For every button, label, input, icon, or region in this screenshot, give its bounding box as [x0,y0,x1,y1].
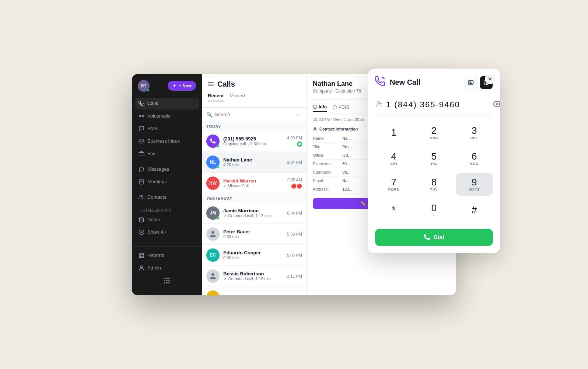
new-button[interactable]: ＋ + New [168,81,196,91]
key-8[interactable]: 8 TUV [415,173,452,196]
svg-point-22 [211,273,214,275]
sidebar-header: RT ＋ + New [132,80,202,98]
call-item[interactable]: Bessie Robertson ↗ Outbound call, 1:12 m… [202,266,307,287]
show-all-icon [139,229,144,235]
svg-point-42 [487,84,488,85]
key-3[interactable]: 3 DEF [456,121,493,144]
call-info: (201) 555-9925 Ongoing call... 0:30 min [223,136,283,146]
call-avatar [206,269,220,283]
call-avatar [206,227,220,241]
svg-point-0 [139,115,141,117]
tab-missed[interactable]: Missed [230,93,245,101]
sidebar-item-sms[interactable]: SMS [135,123,199,135]
sidebar-item-admin[interactable]: Admin [135,262,199,274]
svg-rect-3 [139,152,144,156]
calls-panel: Calls Recent Missed 🔍 ⋯ TODAY [202,74,307,295]
user-avatar-wrapper[interactable]: RT [138,80,150,92]
search-input[interactable] [215,112,293,117]
call-item[interactable]: EC Eduardo Cooper 0:30 min 5:06 PM [202,245,307,266]
add-contact-icon[interactable] [375,100,382,109]
phone-number-input[interactable]: 1 (844) 365-9460 [386,100,487,109]
calls-title: Calls [217,80,235,88]
call-item[interactable]: Peter Bauer 9:30 min 5:33 PM [202,224,307,245]
sidebar-item-voicemails[interactable]: Voicemails [135,110,199,122]
key-9[interactable]: 9 WXYZ [456,173,493,196]
contact-tab-info[interactable]: Info [313,103,327,112]
call-item[interactable]: AB Alex Badyan 1:54 PM [202,287,307,295]
call-item[interactable]: JM Jamie Morrison ↗ Outbound call, 1:12 … [202,203,307,224]
meetings-icon [139,179,144,185]
notes-icon [139,217,144,223]
dialer-header: New Call [375,76,493,89]
sidebar-item-reports[interactable]: Reports [135,250,199,261]
dialer-close-button[interactable]: ✕ [485,74,495,84]
contacts-icon [139,194,144,200]
search-row: 🔍 ⋯ [202,108,307,122]
contact-view-button[interactable] [464,76,477,89]
dialer-title: New Call [390,78,420,87]
fax-icon [139,151,144,157]
call-avatar: NL [206,156,220,169]
svg-rect-29 [468,80,473,84]
grid-dots-icon[interactable] [164,278,170,283]
sidebar-item-contacts[interactable]: Contacts [135,191,199,203]
svg-point-21 [211,231,214,233]
call-item[interactable]: (201) 555-9925 Ongoing call... 0:30 min … [202,131,307,152]
call-item[interactable]: HW Harold Warren ↙ Missed Call 9:35 AM 🔴… [202,173,307,194]
svg-point-30 [470,81,471,83]
key-7[interactable]: 7 PQRS [375,173,412,196]
svg-point-1 [142,115,144,117]
calls-tabs: Recent Missed [208,93,301,101]
dial-button[interactable]: Dial [375,229,493,246]
backspace-icon [493,100,500,108]
hamburger-icon[interactable] [208,82,214,86]
sidebar-item-notes[interactable]: Notes [135,214,199,226]
reports-icon [139,253,144,258]
call-right: 1:54 PM [287,295,302,295]
dialer-overlay: ✕ New Call [368,69,500,253]
key-4[interactable]: 4 GHI [375,147,412,170]
sidebar-item-calls[interactable]: Calls [135,98,199,109]
key-0[interactable]: 0 + [415,199,452,222]
call-item[interactable]: NL Nathan Lane 4:20 min 2:04 PM [202,152,307,173]
ongoing-indicator [297,142,302,147]
calls-header: Calls Recent Missed [202,74,307,108]
key-1[interactable]: 1 [375,121,412,144]
online-status-dot [147,89,150,92]
contact-tab-vgis[interactable]: VGIS [333,103,349,112]
key-5[interactable]: 5 JKL [415,147,452,170]
call-info: Eduardo Cooper 0:30 min [223,250,283,260]
call-right: 2:11 PM [287,274,302,278]
backspace-button[interactable] [491,99,501,111]
key-6[interactable]: 6 MNO [456,147,493,170]
svg-point-20 [298,143,301,145]
messages-icon [139,166,144,172]
svg-rect-5 [139,180,144,184]
call-info: Jamie Morrison ↗ Outbound call, 1:12 min [223,208,283,218]
sidebar-item-business-inbox[interactable]: Business Inbox [135,135,199,147]
contact-card-icon [468,80,474,86]
key-hash[interactable]: # [456,199,493,222]
contact-section-icon [313,127,317,131]
sidebar-item-messages[interactable]: Messages [135,163,199,175]
admin-icon [139,265,144,271]
svg-point-43 [378,101,380,104]
call-right: 9:35 AM 🔴🔴 [287,178,302,189]
call-avatar: HW [206,177,220,190]
dialer-phone-icon [375,76,385,89]
screen-wrapper: RT ＋ + New Calls Voicemails [132,74,456,295]
key-2[interactable]: 2 ABC [415,121,452,144]
more-options-icon[interactable]: ⋯ [295,111,302,119]
call-right: 5:06 PM [287,253,302,257]
call-avatar: JM [206,206,220,220]
dial-phone-icon [424,234,430,241]
call-avatar: AB [206,290,220,295]
tab-recent[interactable]: Recent [208,93,224,101]
phone-icon [210,138,216,144]
sidebar-item-meetings[interactable]: Meetings [135,176,199,188]
sidebar-item-fax[interactable]: Fax [135,148,199,160]
call-avatar [206,135,220,148]
key-star[interactable]: * [375,199,412,222]
call-right: 2:04 PM [287,160,302,164]
sidebar-item-show-all[interactable]: Show All [135,226,199,238]
